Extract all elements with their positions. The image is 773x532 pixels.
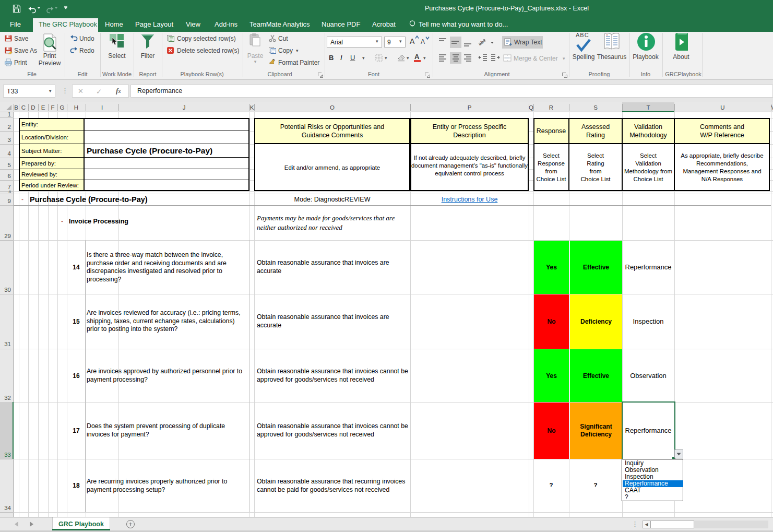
svg-text:ab: ab	[478, 39, 484, 46]
